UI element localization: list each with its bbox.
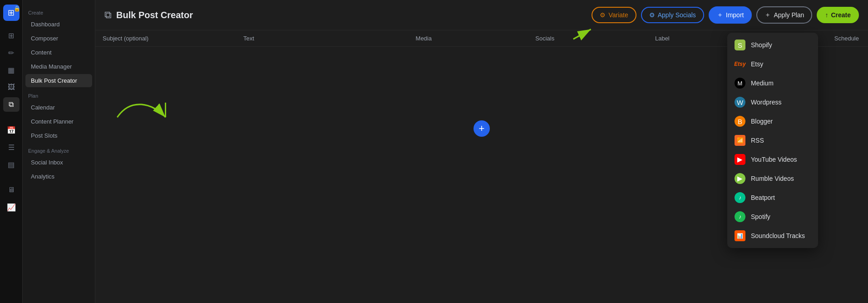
sidebar-icon-content[interactable]: ▦ <box>3 63 20 77</box>
col-subject: Subject (optional) <box>95 35 236 42</box>
variate-icon: ⚙ <box>600 11 606 19</box>
sidebar-item-bulk-post-creator[interactable]: Bulk Post Creator <box>25 74 92 87</box>
page-title: Bulk Post Creator <box>116 10 193 20</box>
add-row-button[interactable]: + <box>473 120 490 137</box>
dropdown-item-soundcloud[interactable]: 📊 Soundcloud Tracks <box>727 226 818 245</box>
page-icon: ⧉ <box>104 9 112 21</box>
import-plus-icon: ＋ <box>717 11 723 19</box>
col-socials: Socials <box>528 35 648 42</box>
medium-icon: M <box>735 78 745 89</box>
sidebar-icon-media[interactable]: 🖼 <box>3 80 20 94</box>
soundcloud-label: Soundcloud Tracks <box>751 232 805 239</box>
import-button[interactable]: ＋ Import <box>709 6 752 24</box>
dropdown-item-rumble[interactable]: ▶ Rumble Videos <box>727 169 818 188</box>
lock-icon: 🔒 <box>14 5 20 12</box>
sidebar-icon-bulk-post[interactable]: ⧉ <box>3 97 20 112</box>
create-upload-icon: ↑ <box>825 11 828 19</box>
dropdown-item-shopify[interactable]: S Shopify <box>727 35 818 55</box>
import-label: Import <box>726 11 744 19</box>
sidebar-item-content-planner[interactable]: Content Planner <box>25 115 92 128</box>
sidebar-icon-planner[interactable]: ☰ <box>3 140 20 154</box>
rumble-label: Rumble Videos <box>751 175 794 182</box>
shopify-icon: S <box>735 40 745 50</box>
sidebar-item-dashboard[interactable]: Dashboard <box>25 18 92 31</box>
blogger-icon: B <box>735 116 745 127</box>
wordpress-icon: W <box>735 97 745 108</box>
rumble-icon: ▶ <box>735 173 745 184</box>
variate-button[interactable]: ⚙ Variate <box>592 7 636 23</box>
rss-label: RSS <box>751 137 764 144</box>
apply-socials-button[interactable]: ⚙ Apply Socials <box>641 7 704 23</box>
blogger-label: Blogger <box>751 118 773 125</box>
sidebar-icon-calendar[interactable]: 📅 <box>3 123 20 137</box>
wordpress-label: Wordpress <box>751 99 781 106</box>
col-text: Text <box>236 35 409 42</box>
dropdown-item-etsy[interactable]: Etsy Etsy <box>727 55 818 74</box>
plan-section-label: Plan <box>23 88 95 100</box>
dropdown-item-blogger[interactable]: B Blogger <box>727 112 818 131</box>
apply-socials-label: Apply Socials <box>658 11 696 19</box>
sidebar-icon-dashboard[interactable]: ⊞ <box>3 28 20 43</box>
sidebar-item-analytics[interactable]: Analytics <box>25 170 92 183</box>
col-media: Media <box>409 35 528 42</box>
engage-section-label: Engage & Analyze <box>23 143 95 155</box>
etsy-label: Etsy <box>751 60 763 68</box>
dropdown-item-beatport[interactable]: ♪ Beatport <box>727 188 818 207</box>
sidebar-item-composer[interactable]: Composer <box>25 32 92 45</box>
sidebar-item-content[interactable]: Content <box>25 46 92 59</box>
shopify-label: Shopify <box>751 41 772 49</box>
variate-label: Variate <box>608 11 628 19</box>
create-label: Create <box>831 11 851 19</box>
create-button[interactable]: ↑ Create <box>817 7 859 23</box>
youtube-label: YouTube Videos <box>751 156 797 163</box>
dropdown-item-rss[interactable]: 📶 RSS <box>727 131 818 150</box>
apply-plan-plus-icon: ＋ <box>764 11 771 19</box>
sidebar-item-social-inbox[interactable]: Social Inbox <box>25 156 92 169</box>
sidebar-icon-analytics[interactable]: 📈 <box>3 200 20 214</box>
apply-plan-label: Apply Plan <box>774 11 804 19</box>
apply-plan-button[interactable]: ＋ Apply Plan <box>756 6 812 24</box>
sidebar-item-calendar[interactable]: Calendar <box>25 101 92 114</box>
dropdown-item-medium[interactable]: M Medium <box>727 74 818 93</box>
create-section-label: Create <box>23 5 95 17</box>
import-dropdown: S Shopify Etsy Etsy M Medium W Wordpress <box>727 33 818 248</box>
sidebar-item-post-slots[interactable]: Post Slots <box>25 129 92 142</box>
spotify-icon: ♪ <box>735 211 745 222</box>
youtube-icon: ▶ <box>735 154 745 165</box>
beatport-icon: ♪ <box>735 192 745 203</box>
sidebar-icon-inbox[interactable]: 🖥 <box>3 183 20 197</box>
sidebar-item-media-manager[interactable]: Media Manager <box>25 60 92 73</box>
spotify-label: Spotify <box>751 213 770 220</box>
icon-sidebar: ⊞ 🔒 ⊞ ✏ ▦ 🖼 ⧉ 📅 ☰ ▤ 🖥 📈 <box>0 0 23 303</box>
apply-socials-icon: ⚙ <box>649 11 655 19</box>
dropdown-item-spotify[interactable]: ♪ Spotify <box>727 207 818 226</box>
dropdown-item-youtube[interactable]: ▶ YouTube Videos <box>727 150 818 169</box>
nav-sidebar: Create Dashboard Composer Content Media … <box>23 0 95 303</box>
header: ⧉ Bulk Post Creator ⚙ Variate ⚙ Apply So… <box>95 0 868 30</box>
etsy-icon: Etsy <box>735 59 745 70</box>
soundcloud-icon: 📊 <box>735 230 745 241</box>
dropdown-item-wordpress[interactable]: W Wordpress <box>727 93 818 112</box>
rss-icon: 📶 <box>735 135 745 146</box>
header-left: ⧉ Bulk Post Creator <box>104 9 193 21</box>
beatport-label: Beatport <box>751 194 775 201</box>
header-actions: ⚙ Variate ⚙ Apply Socials ＋ Import ＋ App… <box>592 6 859 24</box>
sidebar-icon-post-slots[interactable]: ▤ <box>3 157 20 172</box>
medium-label: Medium <box>751 79 774 87</box>
main-content: ⧉ Bulk Post Creator ⚙ Variate ⚙ Apply So… <box>95 0 868 303</box>
sidebar-icon-composer[interactable]: ✏ <box>3 45 20 60</box>
